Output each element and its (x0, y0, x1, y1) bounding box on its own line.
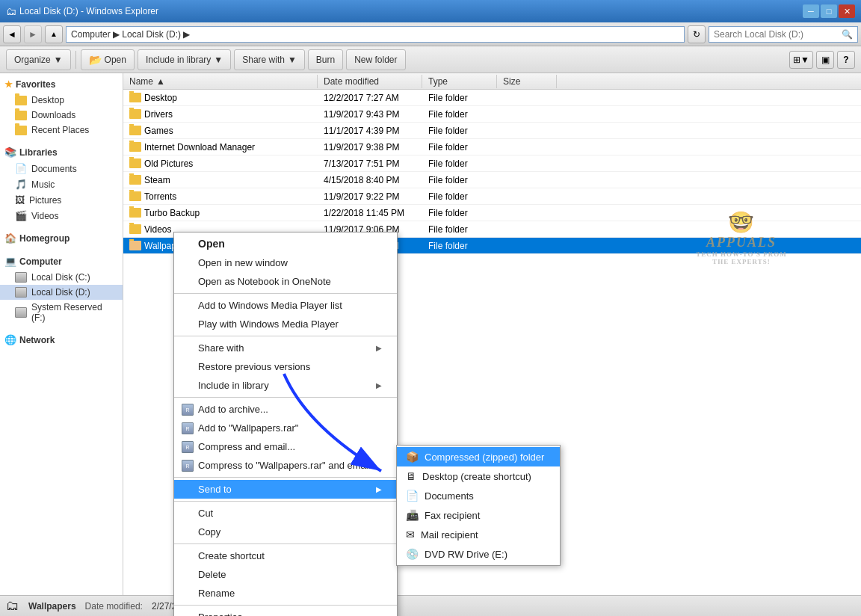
ctx-cut[interactable]: Cut (174, 504, 397, 523)
folder-icon-games (129, 126, 141, 135)
sendto-desktop[interactable]: 🖥 Desktop (create shortcut) (397, 466, 560, 486)
include-library-arrow: ▼ (214, 55, 223, 65)
sidebar-item-drive-c[interactable]: Local Disk (C:) (0, 270, 123, 285)
sendto-zipped[interactable]: 📦 Compressed (zipped) folder (397, 447, 560, 466)
file-row-desktop[interactable]: Desktop 12/2/2017 7:27 AM File folder (123, 90, 861, 106)
col-header-size[interactable]: Size (497, 75, 557, 88)
share-with-button[interactable]: Share with ▼ (234, 49, 305, 70)
minimize-button[interactable]: ─ (803, 4, 819, 18)
file-row-old-pictures[interactable]: Old Pictures 7/13/2017 7:51 PM File fold… (123, 155, 861, 172)
ctx-rename[interactable]: Rename (174, 584, 397, 603)
sidebar-item-recent[interactable]: Recent Places (0, 123, 123, 138)
ctx-add-wmp[interactable]: Add to Windows Media Player list (174, 296, 397, 315)
sidebar-item-videos[interactable]: 🎬 Videos (0, 208, 123, 224)
back-button[interactable]: ◄ (3, 25, 21, 43)
rar-icon-3: R (180, 441, 195, 453)
sendto-dvd[interactable]: 💿 DVD RW Drive (E:) (397, 544, 560, 564)
sidebar-item-documents[interactable]: 📄 Documents (0, 161, 123, 176)
ctx-properties[interactable]: Properties (174, 608, 397, 616)
window-icon: 🗂 (6, 5, 16, 17)
sidebar-item-downloads[interactable]: Downloads (0, 108, 123, 123)
ctx-play-wmp[interactable]: Play with Windows Media Player (174, 315, 397, 333)
folder-icon-old-pictures (129, 158, 141, 168)
file-size-idm (497, 146, 557, 149)
file-row-games[interactable]: Games 11/1/2017 4:39 PM File folder (123, 123, 861, 139)
ctx-compress-email[interactable]: R Compress and email... (174, 437, 397, 456)
sidebar-item-pictures[interactable]: 🖼 Pictures (0, 192, 123, 208)
appuals-logo: 🤓 APPUALS TECH HOW-TO'S FROMTHE EXPERTS! (667, 200, 816, 275)
ctx-copy-label: Copy (198, 526, 220, 538)
zip-icon: 📦 (406, 451, 419, 463)
network-header[interactable]: 🌐 Network (0, 331, 123, 348)
favorites-header[interactable]: ★ Favorites (0, 76, 123, 93)
forward-button[interactable]: ► (24, 25, 42, 43)
new-folder-button[interactable]: New folder (346, 49, 405, 70)
sendto-mail[interactable]: ✉ Mail recipient (397, 525, 560, 544)
sidebar-item-system-reserved[interactable]: System Reserved (F:) (0, 300, 123, 325)
ctx-rename-label: Rename (198, 588, 235, 599)
ctx-compress-rar-email[interactable]: R Compress to "Wallpapers.rar" and email (174, 456, 397, 475)
search-input[interactable] (714, 29, 839, 40)
file-size-games (497, 129, 557, 132)
burn-button[interactable]: Burn (308, 49, 343, 70)
close-button[interactable]: ✕ (839, 4, 855, 18)
ctx-add-archive[interactable]: R Add to archive... (174, 400, 397, 419)
view-options-button[interactable]: ⊞▼ (789, 51, 813, 69)
rar-icon-1: R (180, 404, 195, 416)
ctx-share-with[interactable]: Share with ▶ (174, 339, 397, 357)
sort-arrow: ▲ (156, 76, 165, 87)
file-row-drivers[interactable]: Drivers 11/9/2017 9:43 PM File folder (123, 106, 861, 123)
ctx-add-wallpapers-rar[interactable]: R Add to "Wallpapers.rar" (174, 419, 397, 437)
libraries-header[interactable]: 📚 Libraries (0, 144, 123, 161)
sendto-fax[interactable]: 📠 Fax recipient (397, 505, 560, 525)
address-path[interactable]: Computer ▶ Local Disk (D:) ▶ (66, 26, 685, 43)
search-icon[interactable]: 🔍 (842, 29, 853, 40)
col-header-name[interactable]: Name ▲ (123, 75, 318, 88)
address-bar: ◄ ► ▲ Computer ▶ Local Disk (D:) ▶ ↻ 🔍 (0, 22, 861, 46)
ctx-create-shortcut[interactable]: Create shortcut (174, 546, 397, 565)
file-row-steam[interactable]: Steam 4/15/2018 8:40 PM File folder (123, 172, 861, 188)
col-header-type[interactable]: Type (422, 75, 497, 88)
ctx-open[interactable]: Open (174, 234, 397, 253)
ctx-open-new-window[interactable]: Open in new window (174, 253, 397, 272)
ctx-include-library-label: Include in library (198, 380, 269, 391)
ctx-sep-2 (174, 336, 397, 336)
ctx-copy[interactable]: Copy (174, 523, 397, 541)
refresh-button[interactable]: ↻ (688, 25, 706, 43)
videos-label: Videos (31, 211, 58, 221)
send-to-arrow: ▶ (376, 485, 382, 493)
ctx-delete[interactable]: Delete (174, 565, 397, 584)
title-bar-controls: ─ □ ✕ (803, 4, 855, 18)
up-button[interactable]: ▲ (45, 25, 63, 43)
folder-icon-torrents (129, 191, 141, 201)
ctx-send-to[interactable]: Send to ▶ (174, 480, 397, 499)
ctx-restore[interactable]: Restore previous versions (174, 357, 397, 376)
homegroup-header[interactable]: 🏠 Homegroup (0, 230, 123, 247)
ctx-delete-label: Delete (198, 569, 226, 580)
file-row-idm[interactable]: Internet Download Manager 11/9/2017 9:38… (123, 139, 861, 155)
help-button[interactable]: ? (837, 51, 855, 69)
search-box[interactable]: 🔍 (709, 26, 858, 43)
col-header-date[interactable]: Date modified (318, 75, 422, 88)
include-library-arrow: ▶ (376, 381, 382, 389)
sendto-documents[interactable]: 📄 Documents (397, 486, 560, 505)
open-button[interactable]: 📂 Open (81, 49, 135, 70)
sendto-fax-label: Fax recipient (425, 510, 480, 521)
include-library-button[interactable]: Include in library ▼ (138, 49, 231, 70)
file-name-torrents: Torrents (123, 190, 318, 203)
folder-icon-videos (129, 224, 141, 234)
sidebar-item-music[interactable]: 🎵 Music (0, 176, 123, 192)
ctx-include-library[interactable]: Include in library ▶ (174, 376, 397, 395)
computer-header[interactable]: 💻 Computer (0, 253, 123, 270)
ctx-open-onenote[interactable]: Open as Notebook in OneNote (174, 272, 397, 291)
homegroup-label: Homegroup (19, 233, 70, 244)
status-folder-icon: 🗂 (6, 598, 19, 614)
computer-icon: 💻 (4, 256, 16, 267)
organize-button[interactable]: Organize ▼ (6, 49, 71, 70)
maximize-button[interactable]: □ (821, 4, 837, 18)
sidebar-item-drive-d[interactable]: Local Disk (D:) (0, 285, 123, 300)
folder-icon-turbo-backup (129, 208, 141, 218)
ctx-sep-6 (174, 543, 397, 544)
preview-pane-button[interactable]: ▣ (816, 51, 834, 69)
sidebar-item-desktop[interactable]: Desktop (0, 93, 123, 108)
